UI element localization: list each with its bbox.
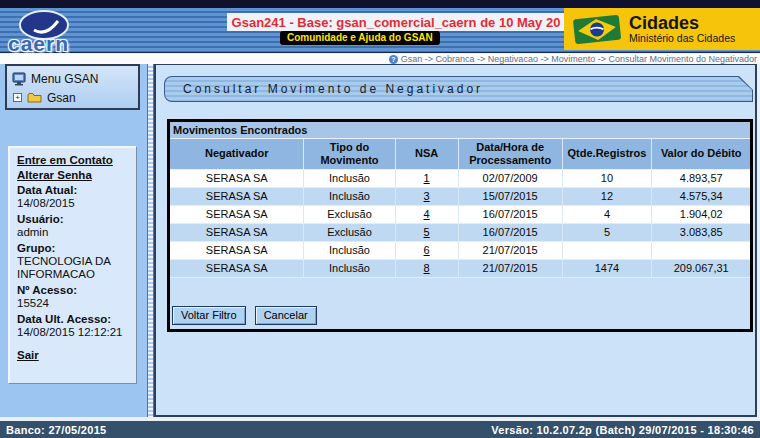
gsan-app-window: caern Gsan241 - Base: gsan_comercial_cae… — [0, 0, 760, 438]
table-cell: 21/07/2015 — [458, 259, 562, 277]
movements-table: NegativadorTipo do MovimentoNSAData/Hora… — [170, 139, 750, 278]
nsa-link[interactable]: 3 — [424, 190, 430, 202]
info-value: TECNOLOGIA DA INFORMACAO — [17, 255, 129, 281]
table-cell: 4.893,57 — [652, 169, 750, 187]
table-cell — [562, 241, 652, 259]
breadcrumb: Gsan -> Cobranca -> Negativacao -> Movim… — [401, 54, 757, 64]
menu-gsan-label: Menu GSAN — [31, 72, 98, 86]
table-cell: SERASA SA — [170, 187, 304, 205]
cancel-button[interactable]: Cancelar — [255, 306, 317, 325]
info-value: admin — [17, 226, 129, 239]
ministry-banner: Cidades Ministério das Cidades — [564, 8, 760, 50]
page-title-bar: Consultar Movimento de Negativador — [164, 76, 753, 102]
status-bar: Banco: 27/05/2015 Versão: 10.2.07.2p (Ba… — [0, 421, 760, 438]
nsa-link[interactable]: 1 — [424, 172, 430, 184]
table-cell: 21/07/2015 — [458, 241, 562, 259]
table-cell: 12 — [562, 187, 652, 205]
session-info-item: Grupo:TECNOLOGIA DA INFORMACAO — [17, 242, 129, 281]
table-cell: 8 — [395, 259, 458, 277]
table-cell: 3 — [395, 187, 458, 205]
table-header-row: NegativadorTipo do MovimentoNSAData/Hora… — [170, 139, 750, 169]
table-cell: 4.575,34 — [652, 187, 750, 205]
page-title: Consultar Movimento de Negativador — [165, 82, 483, 96]
tree-expand-icon[interactable]: + — [13, 93, 22, 102]
table-cell: 4 — [395, 205, 458, 223]
table-cell: 5 — [562, 223, 652, 241]
table-cell: 209.067,31 — [652, 259, 750, 277]
table-cell — [652, 241, 750, 259]
session-info-item: Nº Acesso:15524 — [17, 284, 129, 310]
info-value: 15524 — [17, 297, 129, 310]
info-value: 14/08/2015 12:12:21 — [17, 326, 129, 339]
results-container: Movimentos Encontrados NegativadorTipo d… — [167, 119, 753, 332]
results-caption: Movimentos Encontrados — [170, 122, 750, 139]
table-row: SERASA SAExclusão416/07/201541.904,02 — [170, 205, 750, 223]
info-label: Data Ult. Acesso: — [17, 313, 129, 326]
table-cell: 10 — [562, 169, 652, 187]
session-info-item: Usuário:admin — [17, 213, 129, 239]
table-cell: 1.904,02 — [652, 205, 750, 223]
info-label: Usuário: — [17, 213, 129, 226]
table-cell: 16/07/2015 — [458, 205, 562, 223]
info-value: 14/08/2015 — [17, 197, 129, 210]
tree-node-gsan[interactable]: + Gsan — [12, 88, 133, 107]
info-label: Nº Acesso: — [17, 284, 129, 297]
community-help-link[interactable]: Comunidade e Ajuda do GSAN — [280, 31, 440, 45]
column-header: Tipo do Movimento — [304, 139, 395, 169]
computer-icon — [12, 72, 26, 86]
nsa-link[interactable]: 4 — [424, 208, 430, 220]
table-cell: 5 — [395, 223, 458, 241]
table-row: SERASA SAInclusão315/07/2015124.575,34 — [170, 187, 750, 205]
main-panel: Consultar Movimento de Negativador Movim… — [154, 64, 757, 417]
table-cell: Exclusão — [304, 205, 395, 223]
table-cell: 1474 — [562, 259, 652, 277]
table-cell: SERASA SA — [170, 259, 304, 277]
folder-icon — [27, 92, 42, 103]
info-label: Data Atual: — [17, 184, 129, 197]
table-cell: SERASA SA — [170, 241, 304, 259]
tree-node-gsan-label: Gsan — [47, 91, 76, 105]
base-title-text: Gsan241 - Base: gsan_comercial_caern de … — [232, 15, 561, 30]
table-row: SERASA SAInclusão102/07/2009104.893,57 — [170, 169, 750, 187]
nsa-link[interactable]: 8 — [424, 262, 430, 274]
table-cell: 16/07/2015 — [458, 223, 562, 241]
nsa-link[interactable]: 5 — [424, 226, 430, 238]
top-navy-bar — [0, 0, 760, 8]
table-cell: 6 — [395, 241, 458, 259]
table-cell: 4 — [562, 205, 652, 223]
table-cell: Inclusão — [304, 187, 395, 205]
session-info-item: Data Ult. Acesso:14/08/2015 12:12:21 — [17, 313, 129, 339]
nsa-link[interactable]: 6 — [424, 244, 430, 256]
info-label: Grupo: — [17, 242, 129, 255]
table-cell: SERASA SA — [170, 223, 304, 241]
table-cell: SERASA SA — [170, 169, 304, 187]
table-cell: 1 — [395, 169, 458, 187]
ministry-text: Cidades Ministério das Cidades — [629, 14, 735, 44]
brazil-flag-icon — [572, 14, 622, 44]
table-cell: 3.083,85 — [652, 223, 750, 241]
sidebar-splitter[interactable] — [147, 64, 154, 417]
session-info-box: Entre em Contato Alterar Senha Data Atua… — [8, 146, 136, 383]
base-title-strip: Gsan241 - Base: gsan_comercial_caern de … — [227, 13, 565, 31]
change-password-link[interactable]: Alterar Senha — [17, 169, 129, 181]
column-header: Data/Hora de Processamento — [458, 139, 562, 169]
status-bank-date: Banco: 27/05/2015 — [6, 424, 107, 436]
menu-gsan-box: Menu GSAN + Gsan — [5, 64, 140, 110]
table-cell: 15/07/2015 — [458, 187, 562, 205]
column-header: Negativador — [170, 139, 304, 169]
table-cell: 02/07/2009 — [458, 169, 562, 187]
help-icon: ? — [389, 55, 398, 64]
back-filter-button[interactable]: Voltar Filtro — [172, 306, 246, 325]
column-header: Qtde.Registros — [562, 139, 652, 169]
table-row: SERASA SAExclusão516/07/201553.083,85 — [170, 223, 750, 241]
table-row: SERASA SAInclusão821/07/20151474209.067,… — [170, 259, 750, 277]
contact-link[interactable]: Entre em Contato — [17, 154, 129, 166]
session-info-item: Data Atual:14/08/2015 — [17, 184, 129, 210]
sidebar: Menu GSAN + Gsan Entre em Contato Altera… — [0, 64, 147, 417]
table-cell: SERASA SA — [170, 205, 304, 223]
ministry-title: Cidades — [629, 14, 735, 32]
logout-link[interactable]: Sair — [17, 349, 129, 361]
table-cell: Inclusão — [304, 169, 395, 187]
menu-gsan-header: Menu GSAN — [12, 69, 133, 88]
action-buttons: Voltar Filtro Cancelar — [172, 306, 317, 325]
